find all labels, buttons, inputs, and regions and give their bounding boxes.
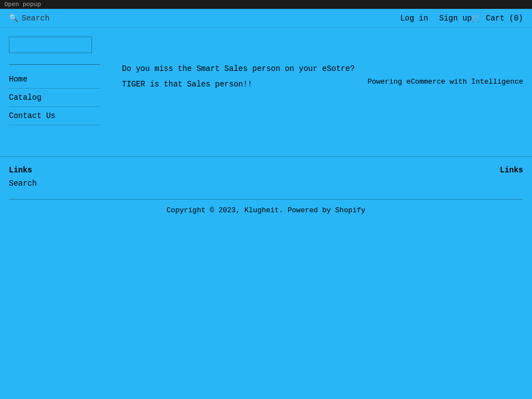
sidebar-item-catalog[interactable]: Catalog: [9, 89, 100, 107]
signup-link[interactable]: Sign up: [439, 14, 472, 23]
search-area: 🔍 Search: [9, 13, 389, 23]
footer-bottom: Copyright © 2023, Klugheit. Powered by S…: [9, 199, 523, 214]
auth-links: Log in Sign up: [400, 14, 472, 23]
footer-links-row: Links Search Links: [9, 166, 523, 199]
sidebar-nav: Home Catalog Contact Us: [9, 70, 102, 125]
top-bar: Open popup: [0, 0, 532, 9]
top-bar-label: Open popup: [4, 1, 41, 8]
footer: Links Search Links Copyright © 2023, Klu…: [0, 156, 532, 223]
tagline: Powering eCommerce with Intelligence: [367, 72, 523, 91]
page-wrapper: Powering eCommerce with Intelligence Hom…: [0, 28, 532, 223]
footer-copyright: Copyright © 2023, Klugheit. Powered by S…: [167, 206, 366, 214]
footer-col1-search[interactable]: Search: [9, 179, 37, 188]
sidebar-item-home[interactable]: Home: [9, 70, 100, 89]
logo-box: [9, 37, 92, 53]
cart-area[interactable]: 🛒 Cart (0): [472, 13, 523, 23]
cart-icon: 🛒: [472, 14, 481, 23]
cart-label: Cart (0): [486, 14, 523, 23]
search-icon: 🔍: [9, 13, 18, 23]
header-nav: 🔍 Search Log in Sign up 🛒 Cart (0): [0, 9, 532, 28]
footer-col1: Links Search: [9, 166, 37, 190]
login-link[interactable]: Log in: [400, 14, 428, 23]
search-label[interactable]: Search: [22, 14, 49, 23]
footer-col2: Links: [500, 166, 523, 190]
sidebar: Home Catalog Contact Us: [0, 28, 111, 134]
sidebar-item-contact-us[interactable]: Contact Us: [9, 107, 100, 125]
sidebar-divider: [9, 64, 100, 65]
footer-col1-title: Links: [9, 166, 37, 175]
footer-col2-title: Links: [500, 166, 523, 175]
